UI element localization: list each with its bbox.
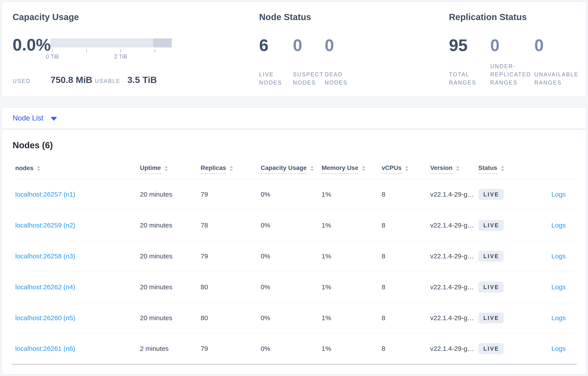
column-header-memory-use[interactable]: Memory Use [322,164,366,174]
status-badge: LIVE [478,282,504,292]
node-link[interactable]: localhost:26257 (n1) [15,191,75,198]
used-label: USED [13,78,51,84]
table-row: localhost:26262 (n4) 20 minutes 80 0% 1%… [12,272,577,303]
node-link[interactable]: localhost:26258 (n3) [15,252,75,260]
replicas-cell: 80 [197,303,257,334]
memory-use-cell: 1% [318,210,378,241]
node-link[interactable]: localhost:26261 (n6) [15,345,75,352]
table-header-row: nodes Uptime Replicas Capacity Usag [12,159,577,179]
node-link[interactable]: localhost:26260 (n5) [15,314,75,322]
caret-down-icon [51,117,57,121]
column-header-uptime-label: Uptime [140,164,161,174]
logs-link[interactable]: Logs [551,252,566,260]
column-header-replicas[interactable]: Replicas [201,164,233,174]
node-list-bar: Node List [2,107,586,129]
status-badge: LIVE [478,189,504,200]
memory-use-cell: 1% [318,179,378,210]
column-header-memory-use-label: Memory Use [322,164,358,174]
vcpus-cell: 8 [378,179,427,210]
status-badge: LIVE [478,343,504,354]
suspect-nodes-value: 0 [293,36,325,54]
suspect-nodes-stat: 0 SUSPECT NODES [293,36,325,87]
uptime-cell: 20 minutes [136,210,197,241]
capacity-bar-reserved-segment [153,38,172,47]
nodes-table: nodes Uptime Replicas Capacity Usag [12,159,577,365]
version-cell: v22.1.4-29-g… [427,241,475,272]
vcpus-cell: 8 [378,210,427,241]
uptime-cell: 20 minutes [136,303,197,334]
node-status-stats: 6 LIVE NODES 0 SUSPECT NODES 0 DEAD NODE… [259,36,362,87]
capacity-axis-label: 0 TiB [39,53,65,60]
uptime-cell: 20 minutes [136,241,197,272]
table-row: localhost:26257 (n1) 20 minutes 79 0% 1%… [12,179,577,210]
unavailable-ranges-label: UNAVAILABLE RANGES [534,70,588,87]
sort-icon [310,166,314,171]
logs-link[interactable]: Logs [551,191,566,198]
column-header-nodes-label: nodes [15,165,33,174]
nodes-panel: Nodes (6) nodes Uptime [2,130,586,375]
replicas-cell: 79 [197,334,257,364]
capacity-axis-label: 2 TiB [107,53,134,60]
suspect-nodes-label: SUSPECT NODES [293,70,325,87]
dead-nodes-stat: 0 DEAD NODES [325,36,362,87]
sort-icon [362,166,366,171]
version-cell: v22.1.4-29-g… [427,179,475,210]
capacity-usage-cell: 0% [257,334,318,364]
column-header-version[interactable]: Version [430,164,460,174]
replicas-cell: 79 [197,241,257,272]
capacity-axis-tick [155,49,155,52]
logs-link[interactable]: Logs [551,314,566,322]
dead-nodes-value: 0 [325,36,362,54]
vcpus-cell: 8 [378,241,427,272]
vcpus-cell: 8 [378,272,427,303]
status-badge: LIVE [478,220,504,231]
node-list-dropdown[interactable]: Node List [13,114,57,122]
table-row: localhost:26259 (n2) 20 minutes 78 0% 1%… [12,210,577,241]
node-link[interactable]: localhost:26259 (n2) [15,221,75,229]
under-replicated-ranges-stat: 0 UNDER-REPLICATED RANGES [490,36,534,87]
capacity-usage-cell: 0% [257,303,318,334]
column-header-capacity-usage-label: Capacity Usage [261,164,307,174]
table-row: localhost:26261 (n6) 2 minutes 79 0% 1% … [12,334,577,364]
version-cell: v22.1.4-29-g… [427,334,475,364]
column-header-version-label: Version [430,164,452,174]
column-header-vcpus[interactable]: vCPUs [382,164,409,174]
column-header-replicas-label: Replicas [201,164,226,174]
node-status-title: Node Status [259,12,311,22]
sort-icon [37,166,40,171]
capacity-usage-cell: 0% [257,241,318,272]
total-ranges-stat: 95 TOTAL RANGES [449,36,490,87]
version-cell: v22.1.4-29-g… [427,210,475,241]
column-header-status[interactable]: Status [478,164,504,174]
logs-link[interactable]: Logs [551,345,566,352]
capacity-usage-title: Capacity Usage [13,12,79,22]
live-nodes-stat: 6 LIVE NODES [259,36,293,87]
under-replicated-ranges-value: 0 [490,36,534,54]
table-row: localhost:26260 (n5) 20 minutes 80 0% 1%… [12,303,577,334]
column-header-capacity-usage[interactable]: Capacity Usage [261,164,314,174]
usable-value: 3.5 TiB [127,75,157,85]
uptime-cell: 20 minutes [136,272,197,303]
summary-panel: Capacity Usage 0.0% 0 TiB 2 TiB USED 750… [2,2,586,97]
capacity-usage-cell: 0% [257,210,318,241]
logs-link[interactable]: Logs [551,283,566,291]
uptime-cell: 2 minutes [136,334,197,364]
under-replicated-ranges-label: UNDER-REPLICATED RANGES [490,62,534,87]
column-header-vcpus-label: vCPUs [382,164,401,174]
vcpus-cell: 8 [378,303,427,334]
column-header-nodes[interactable]: nodes [15,165,40,174]
replicas-cell: 79 [197,179,257,210]
unavailable-ranges-stat: 0 UNAVAILABLE RANGES [534,36,588,87]
sort-icon [230,166,233,171]
cluster-overview-page: Capacity Usage 0.0% 0 TiB 2 TiB USED 750… [0,0,588,376]
sort-icon [164,166,168,171]
nodes-heading: Nodes (6) [13,139,53,151]
memory-use-cell: 1% [318,241,378,272]
version-cell: v22.1.4-29-g… [427,303,475,334]
unavailable-ranges-value: 0 [534,36,588,54]
column-header-uptime[interactable]: Uptime [140,164,168,174]
node-link[interactable]: localhost:26262 (n4) [15,283,75,291]
usable-label: USABLE [95,78,127,84]
logs-link[interactable]: Logs [551,221,566,229]
status-badge: LIVE [478,251,504,262]
